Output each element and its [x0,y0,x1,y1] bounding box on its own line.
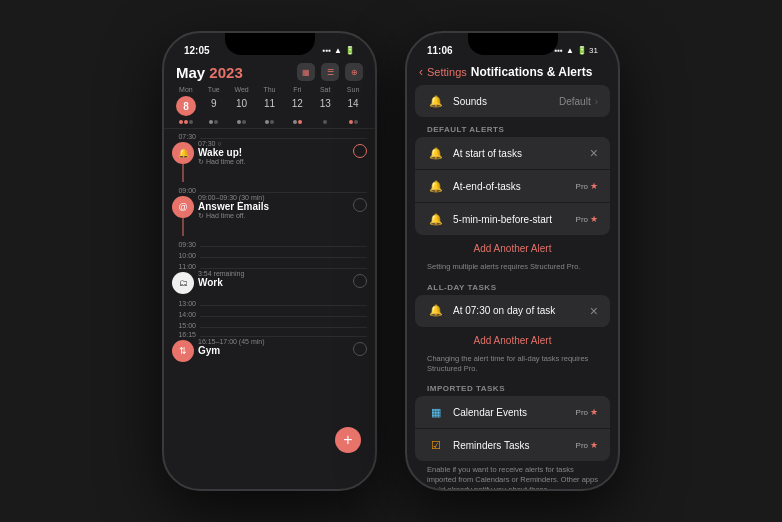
left-time: 12:05 [184,45,210,56]
emails-sub: ↻ Had time off. [198,212,349,220]
time-1400: 14:00 [172,310,200,318]
allday-section: 🔔 At 07:30 on day of task × [415,295,610,327]
alert-end-tasks-row[interactable]: 🔔 At-end-of-tasks Pro ★ [415,170,610,203]
add-event-button[interactable]: + [335,427,361,453]
year-label: 2023 [209,64,242,81]
allday-remove-icon[interactable]: × [590,303,598,319]
work-time: 3:54 remaining [198,270,349,277]
allday-note: Changing the alert time for all-day task… [415,352,610,379]
right-battery-icon: 🔋 31 [577,46,598,55]
imported-note: Enable if you want to receive alerts for… [415,463,610,489]
calendar-title: May 2023 [176,64,243,81]
sounds-value: Default [559,96,591,107]
right-status-icons: ▪▪▪ ▲ 🔋 31 [554,46,598,55]
sounds-icon: 🔔 [427,92,445,110]
gym-icon: ⇅ [172,340,194,362]
date-13[interactable]: 13 [311,96,339,116]
date-11[interactable]: 11 [256,96,284,116]
gym-complete[interactable] [353,342,367,356]
date-12[interactable]: 12 [283,96,311,116]
work-complete[interactable] [353,274,367,288]
week-dots [164,120,375,124]
time-1500: 15:00 [172,321,200,329]
nav-title: Notifications & Alerts [471,65,593,79]
nav-back-label[interactable]: Settings [427,66,467,78]
event-wakeup[interactable]: 🔔 07:30 ○ Wake up! ↻ Had time off. [172,140,367,182]
calendar-view-icon[interactable]: ▦ [297,63,315,81]
time-1615: 16:15 [172,330,200,338]
day-sat: Sat [311,85,339,94]
alert-start-icon: 🔔 [427,144,445,162]
add-allday-alert-label: Add Another Alert [474,335,552,346]
time-0900: 09:00 [172,186,200,194]
timeline-line-0730 [200,138,367,139]
time-1100: 11:00 [172,262,200,270]
emails-time: 09:00–09:30 (30 min) [198,194,349,201]
alert-5min-label: 5-min-min-before-start [453,214,576,225]
default-alerts-section: 🔔 At start of tasks × 🔔 At-end-of-tasks … [415,137,610,235]
calendar-header-icons: ▦ ☰ ⊕ [297,63,363,81]
wakeup-complete[interactable] [353,144,367,158]
sounds-label: Sounds [453,96,559,107]
day-wed: Wed [228,85,256,94]
calendar-list-icon[interactable]: ☰ [321,63,339,81]
work-icon: 🗂 [172,272,194,294]
right-time: 11:06 [427,45,453,56]
alert-end-label: At-end-of-tasks [453,181,576,192]
calendar-header: May 2023 ▦ ☰ ⊕ [164,61,375,85]
work-name: Work [198,277,349,288]
add-allday-alert-row[interactable]: Add Another Alert [415,329,610,352]
alert-start-label: At start of tasks [453,148,590,159]
emails-complete[interactable] [353,198,367,212]
left-notch [225,33,315,55]
back-icon[interactable]: ‹ [419,65,423,79]
alert-end-icon: 🔔 [427,177,445,195]
gym-name: Gym [198,345,349,356]
allday-alert-label: At 07:30 on day of task [453,305,590,316]
right-signal-icon: ▪▪▪ [554,46,563,55]
add-default-alert-row[interactable]: Add Another Alert [415,237,610,260]
calendar-events-row[interactable]: ▦ Calendar Events Pro ★ [415,396,610,429]
allday-header: ALL-DAY TASKS [415,277,610,295]
settings-content: 🔔 Sounds Default › DEFAULT ALERTS 🔔 At s… [407,85,618,489]
event-gym[interactable]: ⇅ 16:15–17:00 (45 min) Gym [172,338,367,362]
sounds-row[interactable]: 🔔 Sounds Default › [415,85,610,117]
right-phone: 11:06 ▪▪▪ ▲ 🔋 31 ‹ Settings Notification… [405,31,620,491]
gym-content: 16:15–17:00 (45 min) Gym [198,338,349,356]
calendar-events-icon: ▦ [427,403,445,421]
left-phone: 12:05 ▪▪▪ ▲ 🔋 May 2023 ▦ ☰ ⊕ [162,31,377,491]
date-8[interactable]: 8 [176,96,196,116]
default-alerts-header: DEFAULT ALERTS [415,119,610,137]
day-sun: Sun [339,85,367,94]
calendar-events-pro-label: Pro [576,408,588,417]
event-work[interactable]: 🗂 3:54 remaining Work [172,270,367,294]
gym-time: 16:15–17:00 (45 min) [198,338,349,345]
date-9[interactable]: 9 [200,96,228,116]
left-status-icons: ▪▪▪ ▲ 🔋 [323,46,355,55]
wakeup-sub: ↻ Had time off. [198,158,349,166]
wakeup-time: 07:30 ○ [198,140,349,147]
time-0730: 07:30 [172,132,200,140]
calendar-events-star-icon: ★ [590,407,598,417]
battery-icon: 🔋 [345,46,355,55]
alert-start-remove-icon[interactable]: × [590,145,598,161]
reminders-star-icon: ★ [590,440,598,450]
day-mon: Mon [172,85,200,94]
event-emails[interactable]: @ 09:00–09:30 (30 min) Answer Emails ↻ H… [172,194,367,236]
alert-5min-star-icon: ★ [590,214,598,224]
emails-content: 09:00–09:30 (30 min) Answer Emails ↻ Had… [198,194,349,220]
emails-icon: @ [172,196,194,218]
time-1300: 13:00 [172,299,200,307]
reminders-row[interactable]: ☑ Reminders Tasks Pro ★ [415,429,610,461]
settings-nav: ‹ Settings Notifications & Alerts [407,61,618,85]
calendar-more-icon[interactable]: ⊕ [345,63,363,81]
emails-name: Answer Emails [198,201,349,212]
scene: 12:05 ▪▪▪ ▲ 🔋 May 2023 ▦ ☰ ⊕ [162,31,620,491]
time-1000: 10:00 [172,251,200,259]
alert-5min-row[interactable]: 🔔 5-min-min-before-start Pro ★ [415,203,610,235]
date-10[interactable]: 10 [228,96,256,116]
right-wifi-icon: ▲ [566,46,574,55]
date-14[interactable]: 14 [339,96,367,116]
alert-start-tasks-row[interactable]: 🔔 At start of tasks × [415,137,610,170]
allday-alert-row[interactable]: 🔔 At 07:30 on day of task × [415,295,610,327]
